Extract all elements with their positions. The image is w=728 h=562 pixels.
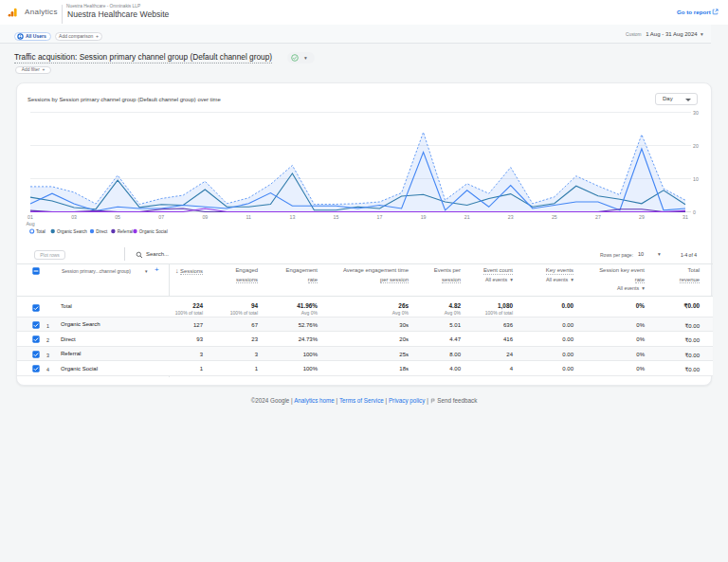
svg-text:30: 30 — [693, 110, 699, 116]
svg-text:Direct: Direct — [96, 229, 108, 234]
svg-text:07: 07 — [158, 214, 164, 220]
svg-text:25: 25 — [552, 214, 557, 220]
svg-text:27: 27 — [595, 214, 601, 220]
svg-text:Organic Social: Organic Social — [139, 229, 168, 234]
svg-text:Organic Search: Organic Search — [57, 229, 87, 234]
svg-text:05: 05 — [115, 214, 120, 220]
svg-text:03: 03 — [71, 214, 77, 220]
svg-text:15: 15 — [334, 214, 339, 220]
svg-text:29: 29 — [639, 214, 645, 220]
svg-text:17: 17 — [377, 214, 383, 220]
svg-text:0: 0 — [693, 209, 696, 215]
svg-text:Total: Total — [36, 229, 46, 234]
svg-text:01: 01 — [27, 214, 33, 220]
svg-text:20: 20 — [693, 143, 699, 149]
svg-text:11: 11 — [246, 214, 251, 220]
svg-text:23: 23 — [508, 214, 514, 220]
svg-text:Aug: Aug — [26, 221, 34, 227]
svg-text:19: 19 — [421, 214, 427, 220]
svg-text:21: 21 — [464, 214, 470, 220]
svg-text:31: 31 — [682, 214, 688, 220]
svg-text:Referral: Referral — [118, 229, 133, 234]
svg-text:09: 09 — [202, 214, 208, 220]
svg-text:10: 10 — [693, 176, 699, 182]
svg-text:13: 13 — [290, 214, 296, 220]
